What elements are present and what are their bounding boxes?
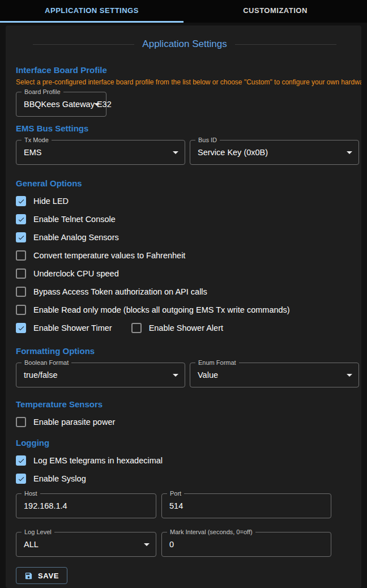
checkbox-label: Log EMS telegrams in hexadecimal — [33, 456, 163, 465]
bus-id-select[interactable]: Bus ID Service Key (0x0B) — [190, 140, 359, 165]
checkbox-row-fahrenheit: Convert temperature values to Fahrenheit — [16, 246, 359, 265]
field-value: Value — [198, 370, 218, 380]
checkbox-log-ems-hex[interactable]: Log EMS telegrams in hexadecimal — [16, 455, 163, 466]
checkbox-hide-led[interactable]: Hide LED — [16, 196, 69, 206]
checkbox-row-syslog: Enable Syslog — [16, 470, 359, 488]
checkbox-label: Enable Syslog — [33, 474, 86, 483]
chevron-down-icon — [347, 374, 352, 377]
checkbox-row-hide-led: Hide LED — [16, 192, 359, 210]
checkbox-row-analog-sensors: Enable Analog Sensors — [16, 228, 359, 246]
page-title: Application Settings — [142, 39, 227, 50]
section-heading-ems-bus-settings: EMS Bus Settings — [16, 123, 359, 134]
checkbox-enable-telnet-console[interactable]: Enable Telnet Console — [16, 214, 116, 224]
field-value: Service Key (0x0B) — [198, 148, 268, 157]
save-icon — [24, 572, 33, 580]
port-field[interactable]: Port — [161, 493, 331, 518]
checkbox-label: Convert temperature values to Fahrenheit — [33, 251, 185, 260]
section-heading-logging: Logging — [16, 438, 359, 448]
checkbox-row-underclock: Underclock CPU speed — [16, 265, 359, 283]
chevron-down-icon — [173, 374, 178, 377]
checkbox-icon[interactable] — [16, 232, 26, 242]
checkbox-row-bypass-token: Bypass Access Token authorization on API… — [16, 283, 359, 301]
field-label: Bus ID — [195, 137, 220, 144]
checkbox-enable-parasite-power[interactable]: Enable parasite power — [16, 417, 115, 427]
tx-mode-select[interactable]: Tx Mode EMS — [16, 140, 185, 165]
chevron-down-icon — [144, 543, 150, 546]
field-label: Boolean Format — [22, 359, 71, 367]
checkbox-enable-syslog[interactable]: Enable Syslog — [16, 474, 86, 484]
chevron-down-icon — [94, 103, 100, 106]
checkbox-row-log-hex: Log EMS telegrams in hexadecimal — [16, 451, 359, 470]
checkbox-read-only-mode[interactable]: Enable Read only mode (blocks all outgoi… — [16, 305, 290, 315]
checkbox-icon[interactable] — [16, 250, 26, 261]
checkbox-label: Enable Telnet Console — [33, 215, 116, 224]
field-label: Tx Mode — [22, 137, 52, 144]
checkbox-row-shower: Enable Shower Timer Enable Shower Alert — [16, 319, 359, 337]
checkbox-row-parasite: Enable parasite power — [16, 413, 359, 431]
field-value: EMS — [24, 148, 41, 157]
save-button-label: SAVE — [38, 572, 59, 580]
checkbox-label: Enable Read only mode (blocks all outgoi… — [33, 305, 290, 314]
checkbox-label: Underclock CPU speed — [33, 269, 119, 278]
checkbox-label: Enable Analog Sensors — [33, 233, 119, 242]
section-heading-interface-board-profile: Interface Board Profile — [16, 65, 359, 75]
field-label: Enum Format — [195, 359, 239, 367]
checkbox-icon[interactable] — [16, 474, 26, 484]
mark-interval-field[interactable]: Mark Interval (seconds, 0=off) — [161, 532, 331, 557]
checkbox-icon[interactable] — [16, 417, 26, 427]
checkbox-icon[interactable] — [131, 323, 142, 333]
tab-label: CUSTOMIZATION — [243, 6, 308, 15]
tab-application-settings[interactable]: APPLICATION SETTINGS — [0, 0, 184, 23]
title-divider-right — [235, 44, 336, 45]
section-heading-general-options: General Options — [16, 178, 359, 189]
field-value: true/false — [24, 370, 58, 380]
field-label: Log Level — [22, 529, 54, 536]
checkbox-icon[interactable] — [16, 323, 26, 333]
tab-label: APPLICATION SETTINGS — [45, 6, 139, 15]
section-heading-formatting-options: Formatting Options — [16, 346, 359, 356]
chevron-down-icon — [347, 151, 352, 154]
checkbox-icon[interactable] — [16, 214, 26, 224]
checkbox-row-telnet: Enable Telnet Console — [16, 210, 359, 228]
port-input[interactable] — [162, 494, 331, 518]
field-value: ALL — [24, 540, 39, 549]
boolean-format-select[interactable]: Boolean Format true/false — [16, 363, 185, 387]
checkbox-enable-shower-timer[interactable]: Enable Shower Timer — [16, 323, 112, 333]
board-profile-select[interactable]: Board Profile BBQKees Gateway E32 — [16, 92, 106, 117]
checkbox-label: Hide LED — [33, 197, 69, 206]
checkbox-icon[interactable] — [16, 455, 26, 466]
checkbox-icon[interactable] — [16, 287, 26, 297]
checkbox-label: Enable parasite power — [33, 417, 115, 427]
checkbox-icon[interactable] — [16, 269, 26, 279]
host-input[interactable] — [16, 494, 156, 518]
host-field[interactable]: Host — [16, 493, 156, 518]
checkbox-underclock-cpu[interactable]: Underclock CPU speed — [16, 269, 119, 279]
log-level-select[interactable]: Log Level ALL — [16, 532, 156, 557]
checkbox-icon[interactable] — [16, 196, 26, 206]
page-title-row: Application Settings — [16, 38, 359, 50]
checkbox-row-read-only: Enable Read only mode (blocks all outgoi… — [16, 301, 359, 319]
checkbox-convert-fahrenheit[interactable]: Convert temperature values to Fahrenheit — [16, 250, 185, 261]
enum-format-select[interactable]: Enum Format Value — [190, 363, 359, 387]
save-button[interactable]: SAVE — [16, 567, 67, 584]
checkbox-bypass-access-token[interactable]: Bypass Access Token authorization on API… — [16, 287, 207, 297]
checkbox-label: Enable Shower Timer — [33, 323, 112, 333]
mark-interval-input[interactable] — [162, 532, 331, 556]
checkbox-enable-shower-alert[interactable]: Enable Shower Alert — [131, 323, 223, 333]
checkbox-enable-analog-sensors[interactable]: Enable Analog Sensors — [16, 232, 119, 242]
board-profile-note: Select a pre-configured interface board … — [16, 78, 359, 86]
checkbox-label: Enable Shower Alert — [149, 323, 223, 333]
tab-customization[interactable]: CUSTOMIZATION — [184, 0, 367, 23]
application-settings-panel: Application Settings Interface Board Pro… — [6, 25, 361, 588]
tab-bar: APPLICATION SETTINGS CUSTOMIZATION — [0, 0, 367, 23]
chevron-down-icon — [173, 151, 178, 154]
checkbox-icon[interactable] — [16, 305, 26, 315]
section-heading-temperature-sensors: Temperature Sensors — [16, 399, 359, 410]
field-label: Board Profile — [22, 88, 63, 96]
checkbox-label: Bypass Access Token authorization on API… — [33, 287, 207, 296]
title-divider-left — [33, 44, 134, 45]
